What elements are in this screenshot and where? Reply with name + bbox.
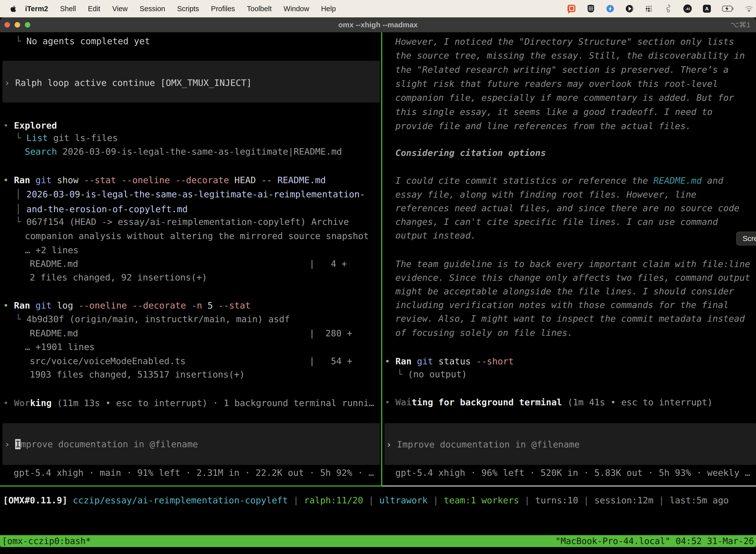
reasoning-p2-l3: references need actual files, and since … bbox=[395, 201, 739, 215]
text-segment: [OMX#0.11.9] bbox=[3, 495, 73, 505]
menu-item-view[interactable]: View bbox=[106, 5, 133, 13]
text-segment: The team guideline is to back every impo… bbox=[395, 259, 750, 269]
terminal-lines: └ No agents completed yet› Ralph loop ac… bbox=[0, 32, 756, 548]
menu-item-toolbelt[interactable]: Toolbelt bbox=[241, 5, 277, 13]
model-status-right: gpt-5.4 xhigh · 96% left · 520K in · 5.8… bbox=[395, 466, 750, 480]
text-segment: I could cite commit statistics or refere… bbox=[395, 175, 653, 186]
text-segment: README.md bbox=[277, 175, 326, 185]
dark-crescent-icon[interactable] bbox=[625, 4, 634, 13]
text-segment: changes, I can't cite specific file line… bbox=[395, 217, 718, 227]
text-segment: Improve documentation in @filename bbox=[397, 439, 580, 449]
screen: iTerm2ShellEditViewSessionScriptsProfile… bbox=[0, 0, 756, 554]
menu-item-profiles[interactable]: Profiles bbox=[205, 5, 241, 13]
menu-item-session[interactable]: Session bbox=[134, 5, 171, 13]
terminal-content: └ No agents completed yet› Ralph loop ac… bbox=[0, 32, 756, 548]
gauge-61-icon[interactable]: ..61 bbox=[683, 4, 692, 13]
text-segment: output instead. bbox=[395, 230, 476, 240]
reasoning-p3-l1: The team guideline is to back every impo… bbox=[395, 257, 750, 271]
apple-menu-icon[interactable] bbox=[10, 5, 17, 13]
text-segment: └ bbox=[16, 314, 26, 324]
log-commit: └ 4b9d30f (origin/main, instructkr/main,… bbox=[16, 312, 290, 326]
text-segment: git ls-files bbox=[48, 133, 118, 143]
menu-item-window[interactable]: Window bbox=[277, 5, 315, 13]
text-segment: Ran bbox=[14, 300, 30, 311]
model-status-left: gpt-5.4 xhigh · main · 91% left · 2.31M … bbox=[14, 466, 374, 480]
menu-item-shell[interactable]: Shell bbox=[54, 5, 82, 13]
blue-badge-icon[interactable] bbox=[606, 4, 614, 13]
text-segment: src/voice/voiceModeEnabled.ts | 54 + bbox=[30, 356, 352, 366]
omx-status-line: [OMX#0.11.9] cczip/essay/ai-reimplementa… bbox=[3, 493, 729, 507]
text-segment: README.md | 4 + bbox=[30, 259, 347, 269]
text-segment: ting for background terminal bbox=[412, 397, 562, 407]
chat-app-icon[interactable] bbox=[567, 4, 576, 13]
reasoning-p1-l3: the "Related research writing" section i… bbox=[395, 63, 729, 77]
text-segment: log bbox=[52, 300, 78, 311]
log-stat-readme: README.md | 280 + bbox=[30, 326, 352, 340]
text-segment: team:1 workers bbox=[444, 495, 519, 505]
text-segment: • bbox=[3, 398, 14, 408]
reasoning-p2-l4: changes, I can't cite specific file line… bbox=[395, 215, 718, 229]
text-segment: └ bbox=[16, 217, 26, 227]
text-segment: --stat --oneline --decorate bbox=[84, 175, 229, 185]
squiggle-icon[interactable] bbox=[664, 4, 673, 13]
text-segment: this single essay, it seems like a good … bbox=[395, 107, 712, 117]
log-stat-summary: 1903 files changed, 513517 insertions(+) bbox=[30, 367, 245, 382]
no-output-line: └ (no output) bbox=[397, 367, 467, 381]
a-app-icon[interactable]: A bbox=[703, 4, 711, 13]
text-segment: turns:10 bbox=[535, 495, 578, 505]
text-segment: ultrawork bbox=[379, 495, 428, 505]
text-segment: … +1901 lines bbox=[25, 342, 95, 352]
text-segment: review. Also, I might want to inspect th… bbox=[395, 314, 745, 324]
prompt-input-left: › Improve documentation in @filename bbox=[4, 437, 198, 451]
text-segment: Ralph loop active continue [OMX_TMUX_INJ… bbox=[15, 78, 252, 88]
macos-menu-bar: iTerm2ShellEditViewSessionScriptsProfile… bbox=[0, 0, 756, 17]
tmux-session-label: [omx-cczip0:bash* bbox=[2, 535, 91, 547]
reasoning-p3-l6: of focusing solely on file lines. bbox=[395, 326, 573, 340]
text-segment: evidence. Since this change only affects… bbox=[395, 273, 750, 283]
text-segment: 2 files changed, 92 insertions(+) bbox=[30, 272, 207, 282]
text-segment: › bbox=[4, 439, 15, 449]
waiting-status-line: • Waiting for background terminal (1m 41… bbox=[385, 395, 712, 409]
text-segment: and-the-erosion-of-copyleft.md bbox=[26, 204, 188, 214]
text-segment: references need actual files, and since … bbox=[395, 203, 739, 213]
text-segment: of focusing solely on file lines. bbox=[395, 328, 573, 338]
battery-charging-icon[interactable] bbox=[722, 4, 734, 13]
text-segment: slight risk that future readers may over… bbox=[395, 79, 718, 89]
text-segment: --stat bbox=[218, 300, 251, 311]
text-segment: --short bbox=[476, 356, 514, 366]
menu-item-iterm2[interactable]: iTerm2 bbox=[19, 5, 54, 13]
more-lines: … +2 lines bbox=[25, 243, 79, 257]
text-segment: 2026-03-09-is-legal-the-same-as-legitima… bbox=[26, 189, 365, 199]
shield-grid-icon bbox=[587, 4, 595, 13]
text-segment: README.md bbox=[653, 175, 702, 186]
text-segment: … +2 lines bbox=[25, 245, 79, 255]
text-segment: git bbox=[36, 175, 52, 185]
text-segment bbox=[30, 300, 36, 311]
menu-item-help[interactable]: Help bbox=[315, 5, 342, 13]
reasoning-p3-l5: review. Also, I might want to inspect th… bbox=[395, 312, 745, 326]
tmux-host-clock: "MacBook-Pro-44.local" 04:52 31-Mar-26 bbox=[555, 535, 754, 547]
reasoning-p3-l4: including verification notes with those … bbox=[395, 298, 729, 312]
stat-readme: README.md | 4 + bbox=[30, 257, 347, 271]
filename-wrap-2: │ and-the-erosion-of-copyleft.md bbox=[16, 202, 188, 216]
keyboard-shield-icon[interactable] bbox=[586, 4, 595, 13]
text-segment: show bbox=[52, 175, 84, 185]
text-segment: └ bbox=[16, 36, 26, 46]
reasoning-p2-l5: output instead. bbox=[395, 228, 476, 242]
text-segment: king bbox=[30, 398, 52, 408]
text-segment: • bbox=[3, 120, 14, 130]
text-segment: (no output) bbox=[408, 369, 467, 379]
window-title-bar: omx --xhigh --madmax ⌥⌘1 bbox=[0, 17, 756, 32]
text-segment: │ bbox=[16, 204, 26, 214]
dots-grid-icon[interactable] bbox=[645, 4, 653, 13]
text-segment: | bbox=[519, 495, 535, 505]
text-segment: └ bbox=[397, 369, 408, 379]
menu-item-edit[interactable]: Edit bbox=[82, 5, 106, 13]
reasoning-p1-l7: provide file and line references from th… bbox=[395, 119, 691, 133]
wifi-icon[interactable] bbox=[745, 4, 753, 13]
menu-item-scripts[interactable]: Scripts bbox=[171, 5, 205, 13]
text-segment: might be acceptable alongside the file l… bbox=[395, 286, 734, 296]
text-segment: provide file and line references from th… bbox=[395, 121, 691, 131]
text-segment bbox=[30, 175, 36, 185]
log-stat-voice: src/voice/voiceModeEnabled.ts | 54 + bbox=[30, 354, 352, 368]
